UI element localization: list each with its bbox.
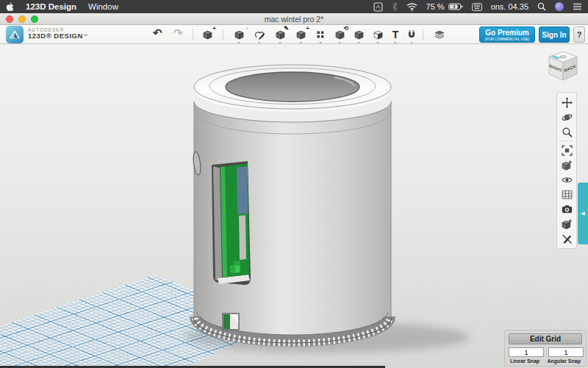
linear-snap-input[interactable]: [509, 347, 544, 357]
hide-sketches-button[interactable]: [559, 231, 575, 246]
model-3d-cylinder[interactable]: [0, 44, 588, 368]
window-titlebar[interactable]: mac wintel pro 2*: [0, 13, 588, 25]
base-notch: [223, 314, 239, 330]
tool-measure[interactable]: [370, 28, 385, 41]
tool-text[interactable]: T: [388, 28, 403, 41]
123d-logo-icon: [9, 29, 21, 40]
text-tool-icon: T: [392, 29, 399, 40]
tool-sketch[interactable]: [252, 28, 267, 41]
siri-icon[interactable]: [555, 2, 564, 11]
navigation-toolbar: [556, 92, 577, 249]
battery-percent-text: 75 %: [426, 2, 445, 11]
sketch-icon: [254, 30, 265, 40]
battery-icon[interactable]: [448, 1, 463, 12]
tool-grouping[interactable]: ⟲: [332, 28, 347, 41]
zoom-button[interactable]: [559, 124, 575, 139]
fit-view-button[interactable]: [559, 143, 575, 158]
view-cube[interactable]: RIGHT BACK TOP: [544, 48, 582, 86]
linear-snap-label: Linear Snap: [510, 358, 539, 364]
collapse-arrow-icon: ◀: [581, 210, 584, 216]
main-menu-chevron-icon[interactable]: ⌄: [82, 29, 89, 38]
pattern-icon: [316, 30, 325, 39]
viewport-canvas[interactable]: RIGHT BACK TOP ◀ Edit Grid Linear Snap A…: [0, 44, 588, 368]
measure-icon: [373, 30, 383, 40]
close-window-button[interactable]: [6, 15, 13, 23]
notification-center-icon[interactable]: [573, 1, 582, 12]
toolbar-separator: [223, 29, 223, 40]
parts-library-icon: [434, 30, 445, 39]
edit-grid-button[interactable]: Edit Grid: [509, 333, 582, 344]
tool-insert[interactable]: +: [200, 28, 215, 41]
orbit-button[interactable]: [559, 110, 575, 124]
grid-settings-panel: Edit Grid Linear Snap Angular Snap: [504, 330, 587, 367]
sign-in-button[interactable]: Sign In: [539, 26, 570, 43]
apple-menu-icon[interactable]: [6, 1, 14, 12]
status-app-icon[interactable]: [373, 1, 383, 12]
tool-construct[interactable]: ✎: [273, 28, 287, 41]
combine-icon: [354, 30, 364, 40]
tool-parts-library[interactable]: [432, 28, 447, 41]
pan-button[interactable]: [559, 95, 575, 110]
top-opening: [226, 72, 359, 102]
grid-units-button[interactable]: [559, 187, 575, 202]
input-source-icon[interactable]: [472, 1, 482, 12]
modify-icon: [296, 30, 306, 40]
menubar-app-name[interactable]: 123D Design: [26, 2, 76, 11]
primitives-icon: [234, 30, 244, 40]
view-cube-top-label: TOP: [559, 54, 566, 58]
tool-snap[interactable]: [404, 28, 419, 41]
toolbar-separator: [423, 29, 423, 40]
search-icon[interactable]: [537, 1, 546, 12]
angular-snap-label: Angular Snap: [547, 358, 581, 364]
wifi-icon[interactable]: [406, 1, 417, 12]
insert-cube-icon: [203, 30, 212, 40]
pcb-cutout-window: [212, 161, 251, 285]
help-button[interactable]: ?: [573, 26, 585, 43]
app-logo-menu[interactable]: [6, 26, 24, 43]
go-premium-button[interactable]: Go Premium (FOR COMMERCIAL USE): [479, 26, 535, 43]
toolbar-divider: [561, 141, 573, 141]
redo-button[interactable]: ↷: [173, 26, 183, 40]
toolbar-separator: [193, 29, 193, 40]
macos-menubar: 123D Design Window 75 % ons. 04.35: [0, 0, 588, 13]
screenshot-button[interactable]: [559, 202, 575, 216]
tool-pattern[interactable]: [313, 28, 328, 41]
brand-text: AUTODESK® 123D® DESIGN: [28, 27, 83, 40]
zoom-window-button[interactable]: [31, 15, 38, 23]
bluetooth-icon[interactable]: [392, 1, 398, 12]
angular-snap-input[interactable]: [548, 347, 584, 357]
magnet-icon: [406, 29, 417, 40]
collapsed-panel-tab[interactable]: ◀: [578, 183, 588, 244]
tool-combine[interactable]: [351, 28, 366, 41]
menubar-clock[interactable]: ons. 04.35: [491, 2, 528, 11]
tool-modify[interactable]: +: [293, 28, 308, 41]
capacitor-component: [230, 265, 240, 273]
document-title: mac wintel pro 2*: [265, 15, 324, 24]
menubar-menu-window[interactable]: Window: [88, 2, 118, 11]
minimize-window-button[interactable]: [18, 15, 26, 23]
visibility-button[interactable]: [559, 172, 575, 187]
shaded-view-button[interactable]: [559, 158, 575, 172]
app-toolbar: AUTODESK® 123D® DESIGN ⌄ ↶ ↷ + ◦ ✎ + ⟲: [0, 25, 588, 44]
undo-button[interactable]: ↶: [153, 26, 162, 40]
material-button[interactable]: [559, 216, 575, 231]
tool-primitives[interactable]: ◦: [232, 28, 246, 41]
